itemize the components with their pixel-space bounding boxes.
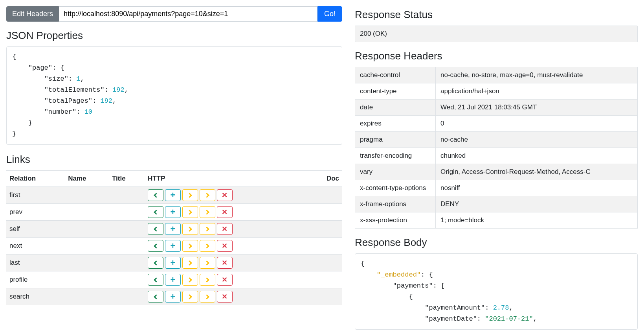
links-heading: Links [6, 153, 342, 166]
post-button[interactable]: + [165, 274, 181, 286]
close-icon: ✕ [222, 242, 228, 249]
header-value: nosniff [436, 180, 638, 196]
header-name: vary [355, 164, 436, 180]
plus-icon: + [171, 258, 176, 267]
close-icon: ✕ [222, 293, 228, 300]
chevron-right-icon [204, 294, 209, 299]
patch-button[interactable] [200, 206, 215, 218]
table-row: search + ✕ [6, 288, 342, 305]
get-button[interactable] [148, 240, 163, 252]
get-button[interactable] [148, 223, 163, 235]
table-row: date Wed, 21 Jul 2021 18:03:45 GMT [355, 100, 638, 116]
link-relation: self [6, 221, 65, 238]
get-button[interactable] [148, 206, 163, 218]
get-button[interactable] [148, 274, 163, 286]
put-button[interactable] [182, 223, 198, 235]
header-name: x-xss-protection [355, 212, 436, 229]
delete-button[interactable]: ✕ [217, 291, 233, 303]
link-name [65, 271, 109, 288]
post-button[interactable]: + [165, 291, 181, 303]
chevron-right-icon [204, 260, 209, 266]
put-button[interactable] [182, 189, 198, 201]
post-button[interactable]: + [165, 206, 181, 218]
chevron-left-icon [154, 244, 159, 249]
table-row: expires 0 [355, 116, 638, 132]
table-row: pragma no-cache [355, 132, 638, 148]
chevron-left-icon [154, 260, 159, 266]
link-title [109, 238, 145, 255]
chevron-left-icon [154, 193, 159, 198]
plus-icon: + [171, 275, 176, 284]
chevron-right-icon [187, 210, 192, 215]
header-value: chunked [436, 148, 638, 164]
post-button[interactable]: + [165, 223, 181, 235]
table-row: next + ✕ [6, 238, 342, 255]
table-row: content-type application/hal+json [355, 83, 638, 100]
header-value: Origin, Access-Control-Request-Method, A… [436, 164, 638, 180]
link-relation: next [6, 238, 65, 255]
header-name: pragma [355, 132, 436, 148]
delete-button[interactable]: ✕ [217, 206, 233, 218]
put-button[interactable] [182, 206, 198, 218]
edit-headers-button[interactable]: Edit Headers [6, 6, 59, 22]
link-name [65, 255, 109, 271]
chevron-right-icon [187, 244, 192, 249]
plus-icon: + [171, 208, 176, 216]
chevron-right-icon [204, 210, 209, 215]
table-row: x-xss-protection 1; mode=block [355, 212, 638, 229]
post-button[interactable]: + [165, 257, 181, 269]
delete-button[interactable]: ✕ [217, 274, 233, 286]
table-row: vary Origin, Access-Control-Request-Meth… [355, 164, 638, 180]
chevron-right-icon [187, 193, 192, 198]
link-name [65, 187, 109, 204]
header-name: expires [355, 116, 436, 132]
put-button[interactable] [182, 274, 198, 286]
post-button[interactable]: + [165, 189, 181, 201]
header-name: cache-control [355, 67, 436, 83]
link-title [109, 255, 145, 271]
delete-button[interactable]: ✕ [217, 223, 233, 235]
header-name: transfer-encoding [355, 148, 436, 164]
patch-button[interactable] [200, 223, 215, 235]
json-properties-box: { "page": { "size": 1, "totalElements": … [6, 46, 342, 145]
chevron-right-icon [187, 277, 192, 282]
go-button[interactable]: Go! [317, 6, 342, 22]
header-name: x-frame-options [355, 196, 436, 212]
table-row: self + ✕ [6, 221, 342, 238]
patch-button[interactable] [200, 274, 215, 286]
table-row: prev + ✕ [6, 204, 342, 221]
patch-button[interactable] [200, 291, 215, 303]
delete-button[interactable]: ✕ [217, 189, 233, 201]
plus-icon: + [171, 225, 176, 233]
patch-button[interactable] [200, 257, 215, 269]
links-table: Relation Name Title HTTP Doc first + ✕ [6, 170, 342, 305]
patch-button[interactable] [200, 189, 215, 201]
put-button[interactable] [182, 291, 198, 303]
link-doc [308, 238, 342, 255]
header-value: Wed, 21 Jul 2021 18:03:45 GMT [436, 100, 638, 116]
link-doc [308, 187, 342, 204]
chevron-left-icon [154, 294, 159, 299]
header-value: no-cache, no-store, max-age=0, must-reva… [436, 67, 638, 83]
response-status-heading: Response Status [355, 9, 638, 21]
get-button[interactable] [148, 291, 163, 303]
patch-button[interactable] [200, 240, 215, 252]
delete-button[interactable]: ✕ [217, 257, 233, 269]
chevron-right-icon [204, 227, 209, 232]
url-input[interactable] [59, 6, 317, 22]
delete-button[interactable]: ✕ [217, 240, 233, 252]
link-relation: profile [6, 271, 65, 288]
link-doc [308, 255, 342, 271]
chevron-right-icon [187, 260, 192, 266]
get-button[interactable] [148, 257, 163, 269]
table-row: x-content-type-options nosniff [355, 180, 638, 196]
put-button[interactable] [182, 257, 198, 269]
header-name: content-type [355, 83, 436, 100]
links-col-relation: Relation [6, 171, 65, 187]
post-button[interactable]: + [165, 240, 181, 252]
put-button[interactable] [182, 240, 198, 252]
header-value: no-cache [436, 132, 638, 148]
chevron-right-icon [204, 277, 209, 282]
close-icon: ✕ [222, 225, 228, 233]
get-button[interactable] [148, 189, 163, 201]
